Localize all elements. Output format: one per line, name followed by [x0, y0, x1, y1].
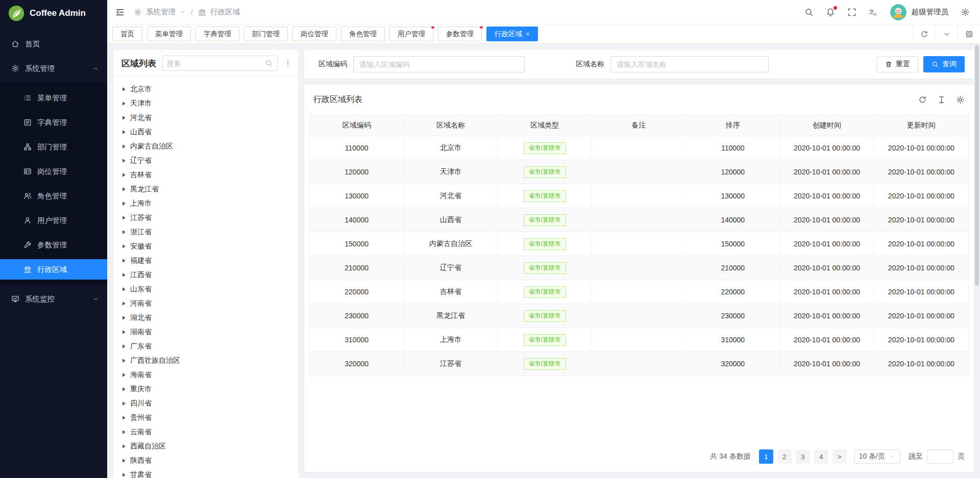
sidebar-item-param[interactable]: 参数管理 — [0, 235, 107, 255]
tab-角色管理[interactable]: 角色管理 — [341, 27, 385, 41]
sidebar-group-system[interactable]: 系统管理 — [0, 58, 107, 79]
tab-行政区域[interactable]: 行政区域× — [486, 27, 538, 41]
user-menu[interactable]: 超级管理员 — [890, 4, 949, 20]
tree-item[interactable]: 山西省 — [117, 125, 294, 139]
tree-item[interactable]: 吉林省 — [117, 168, 294, 182]
table-row[interactable]: 150000内蒙古自治区省市/直辖市1500002020-10-01 00:00… — [310, 232, 968, 256]
tab-close-icon[interactable]: × — [526, 31, 530, 37]
page-scrollbar[interactable] — [975, 45, 979, 286]
caret-right-icon[interactable] — [122, 459, 126, 463]
caret-right-icon[interactable] — [122, 344, 126, 348]
tree-item[interactable]: 河南省 — [117, 296, 294, 311]
caret-right-icon[interactable] — [122, 444, 126, 448]
caret-right-icon[interactable] — [122, 416, 126, 420]
tree-item[interactable]: 天津市 — [117, 96, 294, 111]
breadcrumb-section[interactable]: 系统管理 — [146, 7, 176, 17]
tree-item[interactable]: 内蒙古自治区 — [117, 139, 294, 154]
tree-item[interactable]: 海南省 — [117, 368, 294, 382]
table-row[interactable]: 210000辽宁省省市/直辖市2100002020-10-01 00:00:00… — [310, 256, 968, 280]
search-button[interactable]: 查询 — [923, 56, 965, 72]
caret-right-icon[interactable] — [122, 102, 126, 106]
tree-item[interactable]: 浙江省 — [117, 225, 294, 239]
table-row[interactable]: 120000天津市省市/直辖市1200002020-10-01 00:00:00… — [310, 160, 968, 184]
tab-菜单管理[interactable]: 菜单管理 — [147, 27, 191, 41]
sidebar-item-role[interactable]: 角色管理 — [0, 186, 107, 206]
table-row[interactable]: 140000山西省省市/直辖市1400002020-10-01 00:00:00… — [310, 208, 968, 232]
tab-参数管理[interactable]: 参数管理 — [438, 27, 482, 41]
caret-right-icon[interactable] — [122, 87, 126, 91]
caret-right-icon[interactable] — [122, 159, 126, 163]
tree-item[interactable]: 北京市 — [117, 82, 294, 96]
caret-right-icon[interactable] — [122, 202, 126, 206]
tree-item[interactable]: 湖南省 — [117, 325, 294, 339]
column-height-icon[interactable] — [937, 95, 946, 104]
caret-right-icon[interactable] — [122, 387, 126, 391]
next-page-button[interactable]: > — [832, 449, 847, 464]
tree-item[interactable]: 辽宁省 — [117, 154, 294, 168]
page-button-1[interactable]: 1 — [759, 449, 773, 464]
tree-item[interactable]: 江苏省 — [117, 211, 294, 225]
tree-search-input[interactable] — [167, 60, 265, 67]
tree-item[interactable]: 重庆市 — [117, 382, 294, 396]
caret-right-icon[interactable] — [122, 430, 126, 434]
table-settings-gear-icon[interactable] — [956, 95, 965, 104]
tree-item[interactable]: 四川省 — [117, 396, 294, 411]
caret-right-icon[interactable] — [122, 401, 126, 406]
tree-item[interactable]: 西藏自治区 — [117, 439, 294, 454]
caret-right-icon[interactable] — [122, 230, 126, 234]
sidebar-group-monitor[interactable]: 系统监控 — [0, 289, 107, 309]
sidebar-item-menu-list[interactable]: 菜单管理 — [0, 88, 107, 108]
caret-right-icon[interactable] — [122, 144, 126, 148]
table-row[interactable]: 320000江苏省省市/直辖市3200002020-10-01 00:00:00… — [310, 352, 968, 376]
table-row[interactable]: 230000黑龙江省省市/直辖市2300002020-10-01 00:00:0… — [310, 304, 968, 328]
settings-gear-icon[interactable] — [961, 8, 970, 17]
tree-more-menu-icon[interactable] — [284, 59, 292, 67]
caret-right-icon[interactable] — [122, 130, 126, 134]
tree-item[interactable]: 广东省 — [117, 339, 294, 354]
tree-item[interactable]: 安徽省 — [117, 239, 294, 254]
tab-部门管理[interactable]: 部门管理 — [244, 27, 288, 41]
tree-item[interactable]: 贵州省 — [117, 411, 294, 425]
tree-item[interactable]: 黑龙江省 — [117, 182, 294, 196]
tree-item[interactable]: 甘肃省 — [117, 468, 294, 478]
caret-right-icon[interactable] — [122, 259, 126, 263]
page-button-4[interactable]: 4 — [814, 449, 828, 464]
page-button-3[interactable]: 3 — [796, 449, 810, 464]
tab-岗位管理[interactable]: 岗位管理 — [292, 27, 336, 41]
page-size-select[interactable]: 10 条/页 — [854, 449, 900, 464]
sidebar-item-user[interactable]: 用户管理 — [0, 210, 107, 231]
caret-right-icon[interactable] — [122, 216, 126, 220]
tabs-refresh-button[interactable] — [913, 24, 935, 43]
tab-用户管理[interactable]: 用户管理 — [389, 27, 433, 41]
tree-item[interactable]: 陕西省 — [117, 454, 294, 468]
tree-item[interactable]: 广西壮族自治区 — [117, 354, 294, 368]
caret-right-icon[interactable] — [122, 330, 126, 334]
caret-right-icon[interactable] — [122, 301, 126, 306]
caret-right-icon[interactable] — [122, 287, 126, 291]
tree-item[interactable]: 江西省 — [117, 268, 294, 282]
caret-right-icon[interactable] — [122, 473, 126, 477]
region-code-input[interactable] — [353, 56, 525, 72]
sidebar-item-bank[interactable]: 行政区域 — [0, 259, 107, 280]
sidebar-item-dept[interactable]: 部门管理 — [0, 137, 107, 157]
reset-button[interactable]: 重置 — [877, 56, 918, 72]
search-icon[interactable] — [804, 8, 814, 17]
table-row[interactable]: 310000上海市省市/直辖市3100002020-10-01 00:00:00… — [310, 328, 968, 352]
caret-right-icon[interactable] — [122, 316, 126, 320]
tab-字典管理[interactable]: 字典管理 — [195, 27, 239, 41]
caret-right-icon[interactable] — [122, 373, 126, 377]
caret-right-icon[interactable] — [122, 173, 126, 177]
tabs-maximize-button[interactable] — [958, 24, 980, 43]
sidebar-collapse-icon[interactable] — [115, 8, 125, 17]
tabs-dropdown-button[interactable] — [935, 24, 958, 43]
tree-item[interactable]: 湖北省 — [117, 311, 294, 325]
caret-right-icon[interactable] — [122, 116, 126, 120]
region-name-input[interactable] — [610, 56, 769, 72]
translate-icon[interactable]: 文A — [869, 8, 878, 17]
tab-首页[interactable]: 首页 — [112, 27, 142, 41]
page-button-2[interactable]: 2 — [777, 449, 792, 464]
chevron-down-icon[interactable] — [180, 9, 186, 15]
table-row[interactable]: 220000吉林省省市/直辖市2200002020-10-01 00:00:00… — [310, 280, 968, 304]
tree-item[interactable]: 上海市 — [117, 196, 294, 211]
notification-bell[interactable] — [826, 8, 835, 17]
